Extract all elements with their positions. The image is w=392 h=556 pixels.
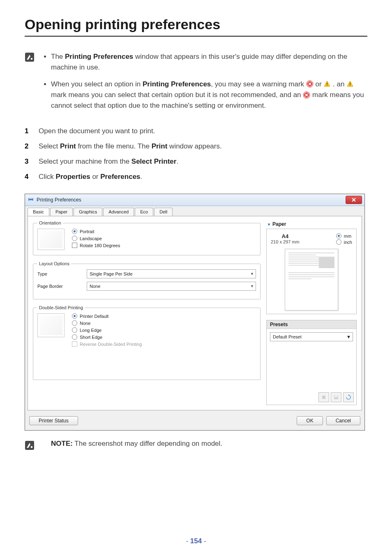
tab-basic[interactable]: Basic <box>28 208 49 216</box>
type-label: Type <box>37 271 77 276</box>
note-line: NOTE: The screenshot may differ dependin… <box>25 440 367 450</box>
t: , you may see a warning mark <box>211 80 306 88</box>
error-icon <box>306 80 314 88</box>
ok-button[interactable]: OK <box>297 416 323 425</box>
t: window appears. <box>167 142 221 150</box>
t: Print <box>152 142 168 150</box>
paper-header-label: Paper <box>272 221 286 227</box>
t: When you select an option in <box>51 80 143 88</box>
radio-portrait[interactable]: Portrait <box>72 229 120 234</box>
radio-short-edge[interactable]: Short Edge <box>72 334 142 340</box>
radio-icon <box>72 229 77 234</box>
svg-rect-11 <box>29 200 32 202</box>
page-title: Opening printing preferences <box>25 16 367 32</box>
step-1: Open the document you want to print. <box>25 125 367 137</box>
page-border-label: Page Border <box>37 284 77 289</box>
radio-printer-default[interactable]: Printer Default <box>72 313 142 319</box>
checkbox-icon <box>72 341 77 347</box>
paper-panel-header[interactable]: ▾ Paper <box>268 221 357 227</box>
error-icon <box>303 91 310 99</box>
printer-icon <box>28 196 34 204</box>
double-sided-group: Double-Sided Printing Printer Default No… <box>33 305 261 380</box>
dialog-footer: Printer Status OK Cancel <box>25 413 364 430</box>
chevron-down-icon: ▼ <box>250 284 254 288</box>
t: Open the document you want to print. <box>39 127 155 135</box>
cancel-button[interactable]: Cancel <box>326 416 360 425</box>
presets-combo[interactable]: Default Preset▼ <box>270 332 353 341</box>
step-4: Click Properties or Preferences. <box>25 171 367 182</box>
step-3: Select your machine from the Select Prin… <box>25 156 367 167</box>
svg-rect-4 <box>327 85 328 86</box>
tab-dell[interactable]: Dell <box>154 208 173 216</box>
close-icon <box>351 197 356 202</box>
printer-status-button[interactable]: Printer Status <box>29 416 78 425</box>
t: Select <box>39 142 60 150</box>
radio-icon <box>336 233 341 239</box>
note-text: The screenshot may differ depending on m… <box>73 440 222 447</box>
chevron-down-icon: ▼ <box>250 272 254 276</box>
layout-options-group: Layout Options Type Single Page Per Side… <box>33 261 261 299</box>
tab-panel-basic: Orientation Portrait Landscape Rotate 18… <box>28 216 362 410</box>
preset-refresh-button[interactable] <box>343 392 354 402</box>
tab-graphics[interactable]: Graphics <box>74 208 102 216</box>
t: Print <box>60 142 76 150</box>
warning-icon <box>346 80 354 88</box>
check-label: Rotate 180 Degrees <box>80 243 120 248</box>
radio-icon <box>72 313 77 319</box>
paper-preview <box>285 249 338 310</box>
note-icon <box>25 52 35 62</box>
intro-note: The Printing Preferences window that app… <box>25 51 367 117</box>
paper-panel: A4 210 x 297 mm mm inch <box>266 229 357 314</box>
orientation-thumb <box>37 229 65 250</box>
dsp-thumb <box>37 313 65 337</box>
t: . an <box>333 80 346 88</box>
type-combo[interactable]: Single Page Per Side▼ <box>87 269 256 278</box>
radio-icon <box>72 320 77 326</box>
intro-bullet-1: The Printing Preferences window that app… <box>51 51 367 73</box>
chevron-down-icon: ▾ <box>268 222 270 227</box>
radio-label: Printer Default <box>80 314 108 319</box>
paper-dim: 210 x 297 mm <box>271 239 300 244</box>
dsp-legend: Double-Sided Printing <box>37 305 85 310</box>
t: Printing Preferences <box>65 53 133 60</box>
presets-header: Presets <box>267 320 356 329</box>
title-rule <box>25 36 367 37</box>
close-button[interactable] <box>346 196 362 204</box>
check-reverse-dsp[interactable]: Reverse Double-Sided Printing <box>72 341 142 347</box>
paper-size: A4 <box>271 233 300 239</box>
radio-unit-inch[interactable]: inch <box>336 239 352 245</box>
page-border-combo[interactable]: None▼ <box>87 282 256 291</box>
preset-delete-button[interactable] <box>318 392 329 402</box>
radio-unit-mm[interactable]: mm <box>336 233 352 239</box>
radio-label: mm <box>344 234 351 239</box>
radio-label: Portrait <box>80 229 94 234</box>
note-icon <box>25 440 35 450</box>
radio-landscape[interactable]: Landscape <box>72 236 120 241</box>
radio-none[interactable]: None <box>72 320 142 326</box>
radio-long-edge[interactable]: Long Edge <box>72 327 142 333</box>
tab-advanced[interactable]: Advanced <box>103 208 134 216</box>
step-2: Select Print from the file menu. The Pri… <box>25 141 367 152</box>
svg-rect-14 <box>335 396 337 397</box>
radio-label: Landscape <box>80 236 102 241</box>
radio-icon <box>72 327 77 333</box>
tab-paper[interactable]: Paper <box>50 208 73 216</box>
t: Properties <box>56 173 90 181</box>
combo-value: Single Page Per Side <box>90 271 133 276</box>
orientation-legend: Orientation <box>37 220 63 225</box>
t: Printing Preferences <box>143 80 211 88</box>
preset-save-button[interactable] <box>331 392 341 402</box>
radio-icon <box>72 334 77 340</box>
svg-rect-5 <box>350 83 350 85</box>
check-rotate-180[interactable]: Rotate 180 Degrees <box>72 243 120 248</box>
svg-rect-3 <box>327 83 328 85</box>
page-number-value: 154 <box>190 537 202 545</box>
note-label: NOTE: <box>51 440 73 447</box>
radio-label: Long Edge <box>80 328 101 333</box>
tab-eco[interactable]: Eco <box>135 208 153 216</box>
radio-icon <box>336 239 341 245</box>
warning-icon <box>323 80 331 88</box>
radio-label: None <box>80 321 90 326</box>
dialog-title: Printing Preferences <box>37 197 81 203</box>
printing-preferences-dialog: Printing Preferences Basic Paper Graphic… <box>25 194 365 431</box>
